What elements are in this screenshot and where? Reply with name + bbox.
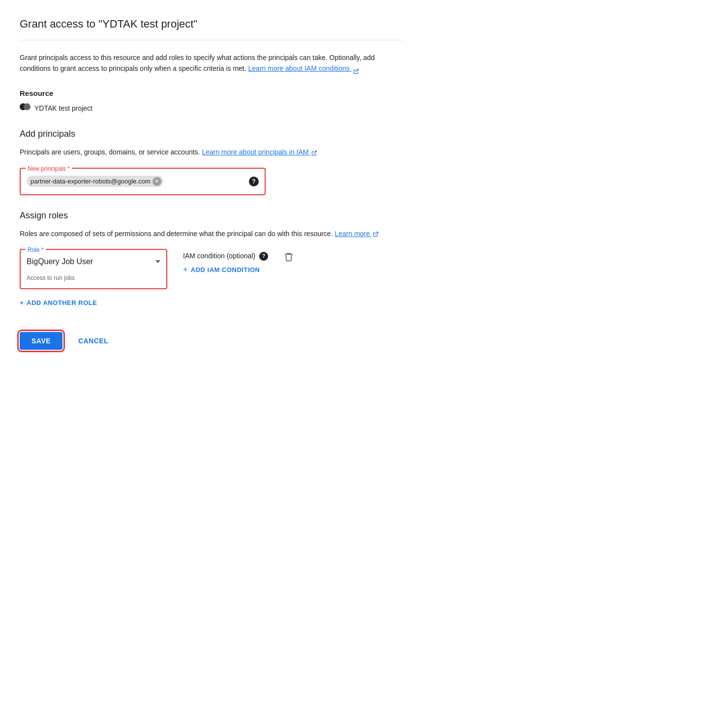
cancel-button[interactable]: CANCEL: [66, 332, 120, 350]
new-principals-field[interactable]: New principals * partner-data-exporter-r…: [20, 168, 266, 195]
iam-condition-label: IAM condition (optional): [183, 251, 255, 261]
role-selected-value: BigQuery Job User: [27, 256, 93, 268]
role-dropdown[interactable]: BigQuery Job User: [21, 252, 166, 272]
delete-role-button[interactable]: [284, 252, 294, 266]
resource-label: Resource: [20, 88, 403, 99]
svg-line-0: [356, 69, 359, 72]
add-principals-section: Add principals Principals are users, gro…: [20, 127, 403, 195]
resource-name: YDTAK test project: [34, 103, 92, 114]
principal-chip: partner-data-exporter-robots@google.com …: [27, 176, 163, 187]
principals-external-icon: [310, 148, 317, 156]
principals-help-icon[interactable]: ?: [249, 177, 259, 186]
chip-value: partner-data-exporter-robots@google.com: [30, 177, 151, 186]
actions-row: SAVE CANCEL: [20, 332, 403, 350]
svg-line-3: [314, 151, 317, 153]
resource-section: Resource YDTAK test project: [20, 88, 403, 114]
svg-line-4: [375, 232, 378, 235]
role-field-label: Role *: [26, 245, 46, 254]
resource-item: YDTAK test project: [20, 103, 403, 114]
add-role-plus-icon: +: [20, 299, 24, 306]
external-link-icon: [353, 66, 359, 72]
project-icon: [20, 103, 30, 114]
svg-point-2: [24, 103, 30, 110]
iam-condition-help-icon[interactable]: ?: [259, 252, 268, 261]
chip-close-button[interactable]: ✕: [152, 177, 161, 186]
roles-learn-more-link[interactable]: Learn more: [334, 230, 378, 238]
save-button[interactable]: SAVE: [20, 332, 62, 350]
add-another-role-button[interactable]: + ADD ANOTHER ROLE: [20, 297, 97, 308]
add-another-role-label: ADD ANOTHER ROLE: [27, 299, 97, 306]
principals-link[interactable]: Learn more about principals in IAM: [202, 148, 317, 156]
new-principals-label: New principals *: [26, 164, 72, 173]
iam-condition-header: IAM condition (optional) ?: [183, 251, 268, 261]
add-principals-title: Add principals: [20, 127, 403, 141]
dropdown-arrow-icon: [155, 260, 160, 263]
role-row: Role * BigQuery Job User Access to run j…: [20, 249, 403, 289]
role-select-container: Role * BigQuery Job User Access to run j…: [20, 249, 167, 289]
roles-description: Roles are composed of sets of permission…: [20, 228, 403, 239]
assign-roles-title: Assign roles: [20, 209, 403, 222]
iam-condition-section: IAM condition (optional) ? + ADD IAM CON…: [183, 249, 268, 274]
role-select-wrapper[interactable]: Role * BigQuery Job User Access to run j…: [20, 249, 167, 289]
description-text: Grant principals access to this resource…: [20, 52, 403, 74]
add-iam-condition-button[interactable]: + ADD IAM CONDITION: [183, 265, 268, 274]
role-hint-text: Access to run jobs: [21, 272, 166, 286]
principals-description: Principals are users, groups, domains, o…: [20, 147, 403, 157]
add-iam-condition-label: ADD IAM CONDITION: [191, 266, 260, 273]
page-title: Grant access to "YDTAK test project": [20, 16, 403, 40]
assign-roles-section: Assign roles Roles are composed of sets …: [20, 209, 403, 308]
add-iam-plus-icon: +: [183, 265, 188, 274]
iam-conditions-link[interactable]: Learn more about IAM conditions: [248, 64, 359, 72]
roles-external-icon: [372, 230, 379, 238]
